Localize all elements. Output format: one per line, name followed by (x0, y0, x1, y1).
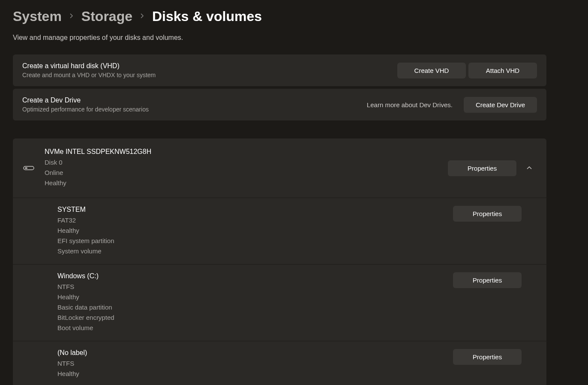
disk-health: Healthy (45, 178, 448, 188)
attach-vhd-button[interactable]: Attach VHD (468, 63, 537, 78)
volume-detail: Basic data partition (57, 302, 114, 313)
volume-detail: Healthy (57, 226, 114, 236)
volume-detail: Healthy (57, 369, 87, 379)
chevron-up-icon (526, 165, 532, 171)
devdrive-learn-more-link[interactable]: Learn more about Dev Drives. (367, 101, 453, 108)
volume-detail: Healthy (57, 292, 114, 302)
volume-name: SYSTEM (57, 206, 114, 214)
volume-detail: NTFS (57, 358, 87, 369)
volume-detail: BitLocker encrypted (57, 313, 114, 323)
disk-header[interactable]: NVMe INTEL SSDPEKNW512G8H Disk 0 Online … (13, 138, 546, 198)
disk-section: NVMe INTEL SSDPEKNW512G8H Disk 0 Online … (13, 138, 546, 385)
collapse-button[interactable] (522, 160, 537, 176)
chevron-right-icon (140, 12, 144, 21)
vhd-card-desc: Create and mount a VHD or VHDX to your s… (22, 72, 156, 78)
devdrive-card: Create a Dev Drive Optimized performance… (13, 89, 546, 120)
chevron-right-icon (69, 12, 74, 21)
disk-id: Disk 0 (45, 157, 448, 168)
vhd-card: Create a virtual hard disk (VHD) Create … (13, 54, 546, 86)
volume-properties-button[interactable]: Properties (453, 206, 522, 222)
volume-detail: NTFS (57, 282, 114, 292)
create-devdrive-button[interactable]: Create Dev Drive (464, 97, 537, 113)
volume-detail: EFI system partition (57, 236, 114, 246)
volume-properties-button[interactable]: Properties (453, 349, 522, 365)
disk-icon (22, 165, 35, 171)
svg-rect-1 (25, 168, 27, 169)
devdrive-card-title: Create a Dev Drive (22, 96, 149, 104)
volume-detail: System volume (57, 246, 114, 256)
volume-row[interactable]: SYSTEM FAT32 Healthy EFI system partitio… (13, 198, 546, 265)
breadcrumb: System Storage Disks & volumes (13, 9, 575, 24)
volume-row[interactable]: (No label) NTFS Healthy Properties (13, 341, 546, 385)
vhd-card-title: Create a virtual hard disk (VHD) (22, 62, 156, 70)
volume-detail: FAT32 (57, 215, 114, 226)
disk-name: NVMe INTEL SSDPEKNW512G8H (45, 148, 448, 156)
devdrive-card-desc: Optimized performance for developer scen… (22, 106, 149, 113)
breadcrumb-storage[interactable]: Storage (81, 9, 132, 24)
create-vhd-button[interactable]: Create VHD (397, 63, 466, 78)
volume-name: (No label) (57, 349, 87, 357)
volume-detail: Boot volume (57, 323, 114, 333)
volume-name: Windows (C:) (57, 272, 114, 280)
volume-row[interactable]: Windows (C:) NTFS Healthy Basic data par… (13, 265, 546, 341)
breadcrumb-system[interactable]: System (13, 9, 62, 24)
disk-properties-button[interactable]: Properties (448, 160, 516, 176)
volume-properties-button[interactable]: Properties (453, 272, 522, 288)
disk-status: Online (45, 168, 448, 178)
page-subtitle: View and manage properties of your disks… (13, 34, 575, 42)
page-title: Disks & volumes (152, 9, 262, 24)
